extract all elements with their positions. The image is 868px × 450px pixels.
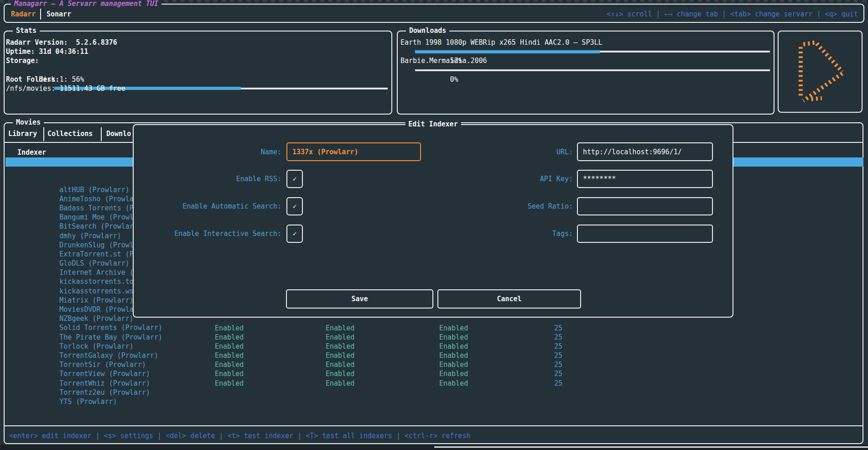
indexer-table-cells: Enabled Enabled Enabled 25 Enabled Enabl… xyxy=(5,324,864,388)
tags-label: Tags: xyxy=(482,225,573,243)
enable-interactive-search-label: Enable Interactive Search: xyxy=(134,225,281,243)
interactive-search-cell: Enabled xyxy=(439,324,468,333)
automatic-search-cell: Enabled xyxy=(326,360,354,369)
download-item: Barbie.Mermaidia.2006 0% xyxy=(400,56,771,74)
priority-cell: 25 xyxy=(554,324,562,333)
rss-cell: Enabled xyxy=(215,342,244,351)
downloads-panel: Downloads Earth 1998 1080p WEBRip x265 H… xyxy=(397,31,774,115)
interactive-search-cell: Enabled xyxy=(439,342,468,351)
interactive-search-cell: Enabled xyxy=(439,379,468,388)
enable-automatic-search-checkbox[interactable]: ✓ xyxy=(286,197,303,215)
indexer-table-row: Enabled Enabled Enabled 25 xyxy=(5,333,864,342)
bottom-window-edge xyxy=(434,446,868,448)
url-input[interactable]: http://localhost:9696/1/ xyxy=(577,142,713,161)
priority-cell: 25 xyxy=(554,351,562,360)
priority-cell: 25 xyxy=(554,342,562,351)
save-button-label: Save xyxy=(351,295,368,303)
stats-panel: Stats Radarr Version: 5.2.6.8376 Uptime:… xyxy=(4,31,392,115)
seed-ratio-label: Seed Ratio: xyxy=(482,197,573,215)
indexer-name: YTS (Prowlarr) xyxy=(59,398,117,406)
enable-rss-checkbox[interactable]: ✓ xyxy=(286,170,303,188)
rss-cell: Enabled xyxy=(215,369,244,378)
downloads-panel-title: Downloads xyxy=(406,26,449,35)
seed-ratio-input[interactable] xyxy=(577,197,713,215)
automatic-search-cell: Enabled xyxy=(326,333,354,342)
tab-sonarr[interactable]: Sonarr xyxy=(47,9,71,19)
api-key-input[interactable]: ******** xyxy=(577,170,713,188)
interactive-search-cell: Enabled xyxy=(439,369,468,378)
checkmark-icon: ✓ xyxy=(292,230,296,238)
url-value: http://localhost:9696/1/ xyxy=(583,148,682,156)
tags-input[interactable] xyxy=(577,225,713,243)
enable-automatic-search-label: Enable Automatic Search: xyxy=(134,197,281,215)
root-folders-heading: Root Folders: xyxy=(6,75,389,84)
indexer-table-row: Enabled Enabled Enabled 25 xyxy=(5,360,864,369)
enable-interactive-search-checkbox[interactable]: ✓ xyxy=(286,225,303,243)
tab-radarr[interactable]: Radarr xyxy=(11,9,36,19)
checkmark-icon: ✓ xyxy=(292,175,296,183)
cancel-button[interactable]: Cancel xyxy=(437,289,581,309)
tab-library[interactable]: Library xyxy=(8,129,37,139)
uptime: Uptime: 31d 04:36:11 xyxy=(6,47,389,56)
movies-tab-divider xyxy=(43,127,44,141)
name-input[interactable]: 1337x (Prowlarr) xyxy=(286,142,421,161)
url-label: URL: xyxy=(482,142,573,161)
automatic-search-cell: Enabled xyxy=(326,369,354,378)
top-keybindings: <↑↓> scroll | ←→ change tab | <tab> chan… xyxy=(607,9,858,19)
download-progress-line: 0% xyxy=(400,66,771,75)
indexer-column-header: Indexer xyxy=(17,148,46,157)
interactive-search-cell: Enabled xyxy=(439,351,468,360)
automatic-search-cell: Enabled xyxy=(326,379,354,388)
tab-downloads[interactable]: Downlo xyxy=(106,129,131,139)
modal-title: Edit Indexer xyxy=(405,120,461,129)
enable-rss-label: Enable RSS: xyxy=(134,170,281,188)
disk-usage-line: Disk 1: 56% xyxy=(6,66,389,75)
save-button[interactable]: Save xyxy=(286,289,433,309)
tab-divider xyxy=(40,9,41,20)
keybar-divider xyxy=(5,425,863,426)
rss-cell: Enabled xyxy=(215,379,244,388)
rss-cell: Enabled xyxy=(215,351,244,360)
download-bar-fill xyxy=(415,50,600,53)
download-progress-line: 52% xyxy=(400,47,771,56)
priority-cell: 25 xyxy=(554,369,562,378)
automatic-search-cell: Enabled xyxy=(326,342,354,351)
movies-panel-title: Movies xyxy=(13,118,44,127)
download-item: Earth 1998 1080p WEBRip x265 Hindi AAC2.… xyxy=(400,38,771,56)
rss-cell: Enabled xyxy=(215,333,244,342)
priority-cell: 25 xyxy=(554,360,562,369)
managarr-play-logo xyxy=(792,40,848,104)
downloads-list: Earth 1998 1080p WEBRip x265 Hindi AAC2.… xyxy=(400,38,771,75)
name-label: Name: xyxy=(134,142,281,161)
managarr-tui-screen: Managarr – A Servarr management TUI Rada… xyxy=(0,0,868,450)
checkmark-icon: ✓ xyxy=(292,202,296,210)
indexer-table-row: Enabled Enabled Enabled 25 xyxy=(5,351,864,360)
download-progress-bar xyxy=(415,47,770,56)
logo-panel xyxy=(778,31,863,113)
interactive-search-cell: Enabled xyxy=(439,333,468,342)
automatic-search-cell: Enabled xyxy=(326,351,354,360)
tab-collections[interactable]: Collections xyxy=(47,129,93,139)
root-folder-free: /nfs/movies: 11511.43 GB free xyxy=(6,84,389,93)
rss-cell: Enabled xyxy=(215,360,244,369)
name-value: 1337x (Prowlarr) xyxy=(292,148,359,156)
indexer-table-row: Enabled Enabled Enabled 25 xyxy=(5,342,864,351)
movies-tab-divider xyxy=(101,127,102,141)
download-progress-bar xyxy=(415,66,770,75)
indexer-table-row: Enabled Enabled Enabled 25 xyxy=(5,369,864,378)
storage-heading: Storage: xyxy=(6,56,389,65)
priority-cell: 25 xyxy=(554,379,562,388)
indexer-table-row: Enabled Enabled Enabled 25 xyxy=(5,379,864,388)
automatic-search-cell: Enabled xyxy=(326,324,354,333)
cancel-button-label: Cancel xyxy=(497,295,521,303)
download-title: Earth 1998 1080p WEBRip x265 Hindi AAC2.… xyxy=(400,38,771,47)
stats-panel-title: Stats xyxy=(13,26,40,35)
rss-cell: Enabled xyxy=(215,324,244,333)
api-key-label: API Key: xyxy=(482,170,573,188)
interactive-search-cell: Enabled xyxy=(439,360,468,369)
api-key-value: ******** xyxy=(583,175,616,183)
priority-cell: 25 xyxy=(554,333,562,342)
download-bar-track xyxy=(415,69,770,71)
bottom-keybindings: <enter> edit indexer | <s> settings | <d… xyxy=(9,431,470,440)
edit-indexer-modal: Edit Indexer Name: 1337x (Prowlarr) URL:… xyxy=(133,124,733,318)
